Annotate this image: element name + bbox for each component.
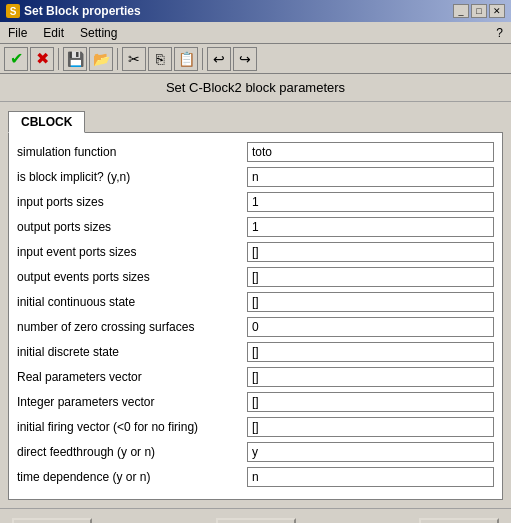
- menu-edit[interactable]: Edit: [39, 25, 68, 41]
- form-label: initial continuous state: [17, 295, 247, 309]
- form-input-initial-continuous-state[interactable]: [247, 292, 494, 312]
- maximize-button[interactable]: □: [471, 4, 487, 18]
- cut-icon: ✂: [128, 51, 140, 67]
- minimize-button[interactable]: _: [453, 4, 469, 18]
- form-row: output events ports sizes: [17, 266, 494, 288]
- window-title: Set Block properties: [24, 4, 141, 18]
- form-input-real-parameters-vector[interactable]: [247, 367, 494, 387]
- toolbar-separator-1: [58, 48, 59, 70]
- toolbar-separator-3: [202, 48, 203, 70]
- reject-button[interactable]: ✖: [30, 47, 54, 71]
- save-icon: 💾: [67, 51, 84, 67]
- save-button[interactable]: 💾: [63, 47, 87, 71]
- form-label: time dependence (y or n): [17, 470, 247, 484]
- form-row: initial discrete state: [17, 341, 494, 363]
- bottom-bar: Help OK Cancel: [0, 508, 511, 523]
- form-label: initial firing vector (<0 for no firing): [17, 420, 247, 434]
- form-row: is block implicit? (y,n): [17, 166, 494, 188]
- app-icon: S: [6, 4, 20, 18]
- form-input-initial-discrete-state[interactable]: [247, 342, 494, 362]
- form-label: initial discrete state: [17, 345, 247, 359]
- form-row: output ports sizes: [17, 216, 494, 238]
- undo-icon: ↩: [213, 51, 225, 67]
- form-row: simulation function: [17, 141, 494, 163]
- form-label: output events ports sizes: [17, 270, 247, 284]
- menu-setting[interactable]: Setting: [76, 25, 121, 41]
- cancel-button[interactable]: Cancel: [419, 518, 499, 524]
- form-input-simulation-function[interactable]: [247, 142, 494, 162]
- copy-button[interactable]: ⎘: [148, 47, 172, 71]
- cut-button[interactable]: ✂: [122, 47, 146, 71]
- form-label: Integer parameters vector: [17, 395, 247, 409]
- form-panel: simulation functionis block implicit? (y…: [8, 132, 503, 500]
- tab-bar: CBLOCK: [8, 110, 503, 132]
- form-input-output-events-ports-sizes[interactable]: [247, 267, 494, 287]
- open-icon: 📂: [93, 51, 110, 67]
- close-button[interactable]: ✕: [489, 4, 505, 18]
- copy-icon: ⎘: [156, 51, 164, 67]
- form-input-integer-parameters-vector[interactable]: [247, 392, 494, 412]
- ok-button[interactable]: OK: [216, 518, 296, 524]
- redo-button[interactable]: ↪: [233, 47, 257, 71]
- form-row: initial firing vector (<0 for no firing): [17, 416, 494, 438]
- x-icon: ✖: [36, 49, 49, 68]
- form-row: direct feedthrough (y or n): [17, 441, 494, 463]
- menu-file[interactable]: File: [4, 25, 31, 41]
- form-label: is block implicit? (y,n): [17, 170, 247, 184]
- form-label: simulation function: [17, 145, 247, 159]
- form-input-input-ports-sizes[interactable]: [247, 192, 494, 212]
- form-row: Integer parameters vector: [17, 391, 494, 413]
- help-button[interactable]: Help: [12, 518, 92, 524]
- form-label: input event ports sizes: [17, 245, 247, 259]
- main-content: CBLOCK simulation functionis block impli…: [0, 102, 511, 508]
- form-input-number-of-zero-crossing-surfaces[interactable]: [247, 317, 494, 337]
- form-label: number of zero crossing surfaces: [17, 320, 247, 334]
- form-row: initial continuous state: [17, 291, 494, 313]
- toolbar: ✔ ✖ 💾 📂 ✂ ⎘ 📋 ↩ ↪: [0, 44, 511, 74]
- tab-cblock[interactable]: CBLOCK: [8, 111, 85, 133]
- form-row: input ports sizes: [17, 191, 494, 213]
- form-label: input ports sizes: [17, 195, 247, 209]
- dialog-title: Set C-Block2 block parameters: [0, 74, 511, 102]
- form-label: direct feedthrough (y or n): [17, 445, 247, 459]
- paste-icon: 📋: [178, 51, 195, 67]
- window-controls: _ □ ✕: [453, 4, 505, 18]
- redo-icon: ↪: [239, 51, 251, 67]
- toolbar-separator-2: [117, 48, 118, 70]
- form-input-direct-feedthrough-(y-or-n)[interactable]: [247, 442, 494, 462]
- title-bar: S Set Block properties _ □ ✕: [0, 0, 511, 22]
- form-row: Real parameters vector: [17, 366, 494, 388]
- undo-button[interactable]: ↩: [207, 47, 231, 71]
- menu-help[interactable]: ?: [492, 25, 507, 41]
- form-input-input-event-ports-sizes[interactable]: [247, 242, 494, 262]
- form-row: input event ports sizes: [17, 241, 494, 263]
- menu-bar: File Edit Setting ?: [0, 22, 511, 44]
- form-row: number of zero crossing surfaces: [17, 316, 494, 338]
- form-label: output ports sizes: [17, 220, 247, 234]
- form-input-is-block-implicit?-(y,n)[interactable]: [247, 167, 494, 187]
- form-input-initial-firing-vector-(<0-for-no-firing)[interactable]: [247, 417, 494, 437]
- open-button[interactable]: 📂: [89, 47, 113, 71]
- form-input-output-ports-sizes[interactable]: [247, 217, 494, 237]
- form-row: time dependence (y or n): [17, 466, 494, 488]
- paste-button[interactable]: 📋: [174, 47, 198, 71]
- checkmark-icon: ✔: [10, 49, 23, 68]
- form-input-time-dependence-(y-or-n)[interactable]: [247, 467, 494, 487]
- accept-button[interactable]: ✔: [4, 47, 28, 71]
- form-label: Real parameters vector: [17, 370, 247, 384]
